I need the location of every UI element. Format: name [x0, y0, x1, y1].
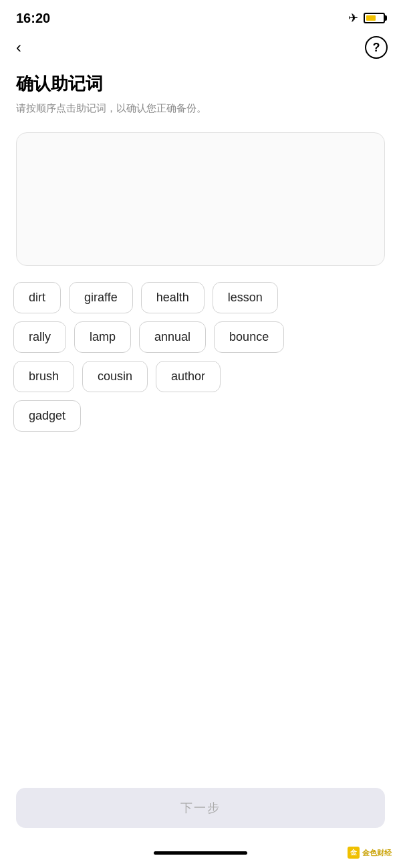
- watermark-text: 金色财经: [362, 848, 392, 858]
- home-indicator: [154, 851, 247, 855]
- word-grid: dirtgiraffehealthlessonrallylampannualbo…: [0, 282, 401, 432]
- word-chip[interactable]: bounce: [214, 321, 284, 353]
- word-chip[interactable]: dirt: [13, 282, 61, 313]
- word-chip[interactable]: annual: [139, 321, 206, 353]
- word-row: gadget: [13, 400, 388, 432]
- help-button[interactable]: ?: [365, 36, 388, 59]
- page-subtitle: 请按顺序点击助记词，以确认您正确备份。: [16, 101, 385, 116]
- status-icons: ✈: [348, 11, 385, 25]
- battery-fill: [366, 15, 376, 21]
- word-chip[interactable]: cousin: [82, 361, 148, 392]
- word-chip[interactable]: lesson: [213, 282, 278, 313]
- watermark: 金 金色财经: [348, 847, 392, 859]
- word-chip[interactable]: brush: [13, 361, 74, 392]
- nav-bar: ‹ ?: [0, 33, 401, 67]
- word-chip[interactable]: giraffe: [69, 282, 133, 313]
- word-chip[interactable]: gadget: [13, 400, 81, 432]
- word-chip[interactable]: rally: [13, 321, 66, 353]
- mnemonic-display-area: [16, 132, 385, 266]
- page-header: 确认助记词 请按顺序点击助记词，以确认您正确备份。: [0, 67, 401, 127]
- watermark-icon: 金: [348, 847, 360, 859]
- word-row: rallylampannualbounce: [13, 321, 388, 353]
- status-bar: 16:20 ✈: [0, 0, 401, 33]
- page-title: 确认助记词: [16, 72, 385, 96]
- word-chip[interactable]: author: [156, 361, 221, 392]
- battery-icon: [364, 13, 385, 23]
- word-row: dirtgiraffehealthlesson: [13, 282, 388, 313]
- status-time: 16:20: [16, 11, 50, 26]
- airplane-icon: ✈: [348, 11, 358, 25]
- next-button[interactable]: 下一步: [16, 788, 385, 828]
- word-chip[interactable]: lamp: [74, 321, 131, 353]
- word-row: brushcousinauthor: [13, 361, 388, 392]
- next-button-wrap: 下一步: [16, 788, 385, 828]
- word-chip[interactable]: health: [141, 282, 205, 313]
- back-button[interactable]: ‹: [13, 37, 24, 58]
